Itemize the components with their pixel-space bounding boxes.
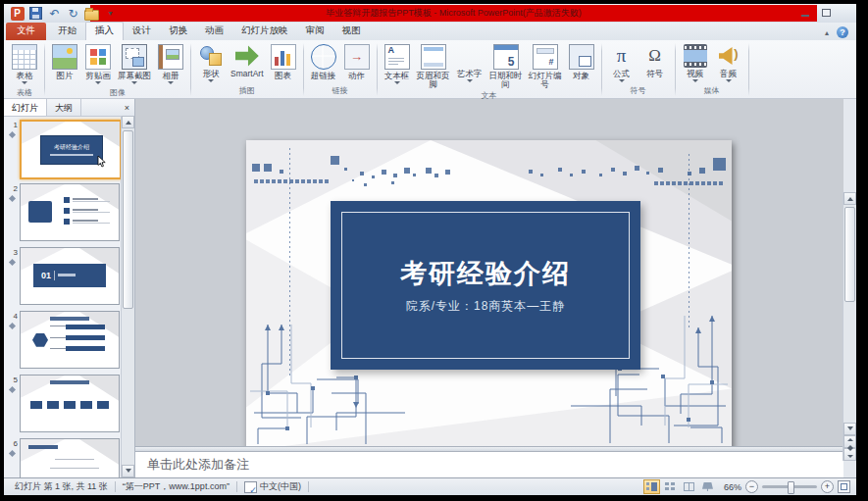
- zoom-out-button[interactable]: −: [745, 480, 758, 493]
- action-button[interactable]: 动作: [340, 43, 374, 80]
- close-icon[interactable]: ×: [120, 99, 134, 116]
- slide-thumbnail-6[interactable]: [20, 438, 120, 477]
- language-segment[interactable]: 中文(中国): [237, 480, 308, 493]
- fit-to-window-icon[interactable]: [838, 480, 850, 493]
- slide-sorter-view-button[interactable]: [662, 479, 679, 494]
- slideshow-view-button[interactable]: [699, 479, 716, 494]
- current-slide[interactable]: 考研经验介绍 院系/专业：18商英本—王静: [246, 140, 732, 446]
- vertical-scrollbar[interactable]: [842, 192, 856, 461]
- ribbon-tab-7[interactable]: 幻灯片放映: [232, 23, 297, 40]
- ribbon-button-label: 超链接: [311, 72, 336, 80]
- panel-tab-2[interactable]: 大纲: [47, 99, 81, 116]
- qat-customize-button[interactable]: ▾: [103, 6, 118, 21]
- slide-thumbnail-1[interactable]: 考研经验介绍: [20, 120, 122, 179]
- slide-thumbnail-4[interactable]: [20, 311, 120, 369]
- slide-thumbnail-5[interactable]: [20, 375, 120, 432]
- datetime-button[interactable]: 日期和时间: [486, 43, 526, 90]
- slide-number-button[interactable]: 幻灯片编号: [526, 43, 565, 90]
- slide-number: 3: [14, 248, 18, 257]
- scrollbar-thumb[interactable]: [844, 207, 855, 302]
- close-button[interactable]: [840, 6, 853, 19]
- zoom-in-button[interactable]: +: [821, 480, 834, 493]
- header-footer-button[interactable]: 页眉和页脚: [414, 43, 453, 90]
- ribbon-button-label: 视频: [687, 70, 703, 78]
- panel-scrollbar[interactable]: [121, 116, 134, 477]
- save-button[interactable]: [28, 6, 43, 21]
- symbol-button[interactable]: 符号: [638, 43, 672, 78]
- ribbon-button-label: 符号: [646, 70, 663, 78]
- screenshot-button[interactable]: 屏幕截图: [115, 43, 154, 87]
- smartart-icon: [235, 44, 259, 68]
- ribbon-button-label: SmartArt: [230, 70, 264, 78]
- notes-pane[interactable]: 单击此处添加备注: [135, 452, 843, 477]
- workspace: 幻灯片大纲× 1考研经验介绍2301456: [4, 99, 856, 477]
- ribbon-tab-3[interactable]: 插入: [85, 22, 124, 40]
- panel-tab-1[interactable]: 幻灯片: [4, 99, 47, 116]
- zoom-slider[interactable]: [762, 485, 817, 488]
- minimize-button[interactable]: [798, 6, 812, 19]
- powerpoint-window: P↶↻▾ 毕业答辩开题报告PPT模板 - Microsoft PowerPoin…: [4, 4, 856, 495]
- header-footer-icon: [421, 44, 446, 70]
- group-separator: [748, 43, 749, 96]
- restore-button[interactable]: [819, 6, 833, 19]
- ribbon-right-controls: ▴ ?: [825, 26, 856, 40]
- slide-thumbnail-3[interactable]: 01: [20, 247, 120, 305]
- square-decoration: [254, 179, 258, 183]
- square-decoration: [719, 181, 723, 185]
- wordart-button[interactable]: 艺术字: [453, 43, 486, 85]
- previous-slide-button[interactable]: [843, 435, 856, 448]
- slide-subtitle[interactable]: 院系/专业：18商英本—王静: [406, 298, 566, 315]
- next-slide-button[interactable]: [843, 448, 856, 461]
- table-button[interactable]: 表格: [8, 43, 41, 87]
- square-decoration: [352, 179, 354, 181]
- help-icon[interactable]: ?: [837, 26, 848, 38]
- ribbon-tab-2[interactable]: 开始: [49, 23, 85, 40]
- chart-button[interactable]: 图表: [267, 43, 300, 80]
- transition-star-icon: [9, 386, 16, 393]
- audio-icon: [717, 44, 740, 68]
- object-button[interactable]: 对象: [565, 43, 598, 80]
- ribbon-button-label: 图片: [57, 72, 74, 80]
- view-buttons: [643, 479, 716, 494]
- scroll-up-icon[interactable]: [122, 116, 134, 128]
- scroll-up-icon[interactable]: [843, 192, 856, 205]
- textbox-button[interactable]: 文本框: [381, 43, 414, 87]
- clipart-button[interactable]: 剪贴画: [81, 43, 115, 87]
- video-button[interactable]: 视频: [679, 43, 712, 85]
- scrollbar-track[interactable]: [843, 205, 856, 423]
- ribbon-button-label: 对象: [573, 72, 589, 80]
- ribbon-group-6: 公式符号符号: [603, 41, 674, 98]
- normal-view-button[interactable]: [643, 479, 660, 494]
- picture-button[interactable]: 图片: [48, 43, 81, 80]
- ribbon-tab-9[interactable]: 视图: [333, 23, 370, 40]
- reading-view-button[interactable]: [681, 479, 697, 494]
- slide-title[interactable]: 考研经验介绍: [400, 256, 571, 291]
- redo-button[interactable]: ↻: [66, 6, 80, 21]
- undo-button[interactable]: ↶: [47, 6, 62, 21]
- photo-album-button[interactable]: 相册: [154, 43, 187, 87]
- hyperlink-button[interactable]: 超链接: [307, 43, 340, 80]
- square-decoration: [684, 181, 688, 185]
- ribbon-tab-1[interactable]: 文件: [6, 23, 46, 40]
- shapes-button[interactable]: 形状: [194, 43, 228, 85]
- equation-button[interactable]: 公式: [605, 43, 638, 85]
- notes-placeholder[interactable]: 单击此处添加备注: [147, 456, 249, 474]
- collapse-ribbon-icon[interactable]: ▴: [825, 28, 829, 37]
- smartart-button[interactable]: SmartArt: [228, 43, 267, 78]
- scroll-down-icon[interactable]: [843, 423, 856, 435]
- group-separator: [190, 43, 191, 96]
- ribbon-tab-8[interactable]: 审阅: [297, 23, 333, 40]
- square-decoration: [611, 168, 615, 172]
- scrollbar-thumb[interactable]: [123, 130, 133, 309]
- ribbon-tab-6[interactable]: 动画: [196, 23, 232, 40]
- audio-button[interactable]: 音频: [712, 43, 745, 85]
- open-folder-button[interactable]: [84, 6, 99, 21]
- ribbon-tab-4[interactable]: 设计: [124, 23, 160, 40]
- title-panel[interactable]: 考研经验介绍 院系/专业：18商英本—王静: [331, 201, 640, 370]
- zoom-slider-thumb[interactable]: [788, 481, 794, 494]
- slide-thumbnail-2[interactable]: [20, 183, 120, 241]
- scroll-down-icon[interactable]: [122, 465, 134, 477]
- ribbon-tab-5[interactable]: 切换: [160, 23, 196, 40]
- powerpoint-logo-button[interactable]: P: [10, 6, 25, 21]
- window-controls: [798, 6, 853, 19]
